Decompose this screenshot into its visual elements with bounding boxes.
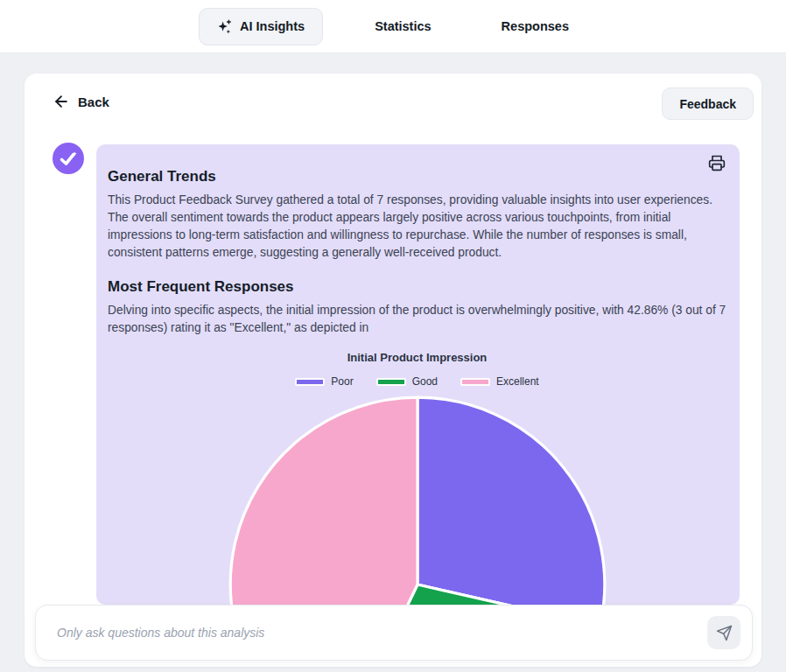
legend-label: Poor bbox=[331, 375, 353, 388]
section-general-trends: General Trends This Product Feedback Sur… bbox=[108, 166, 726, 262]
legend-swatch-excellent bbox=[460, 378, 490, 386]
sparkles-icon bbox=[217, 19, 232, 34]
legend-item-good: Good bbox=[376, 375, 438, 388]
feedback-button[interactable]: Feedback bbox=[662, 88, 754, 120]
chart-title: Initial Product Impression bbox=[108, 351, 726, 364]
arrow-left-icon bbox=[53, 93, 70, 110]
back-label: Back bbox=[78, 94, 109, 109]
section-body: This Product Feedback Survey gathered a … bbox=[108, 192, 726, 262]
chart-legend: Poor Good Excellent bbox=[108, 375, 726, 388]
ai-assistant-avatar bbox=[53, 143, 84, 174]
tab-label: AI Insights bbox=[240, 19, 305, 33]
tab-responses[interactable]: Responses bbox=[483, 8, 587, 45]
send-button[interactable] bbox=[707, 616, 740, 649]
section-heading: General Trends bbox=[108, 166, 726, 187]
pie-slice-excellent bbox=[230, 397, 418, 605]
legend-label: Excellent bbox=[496, 375, 539, 388]
analysis-card: Back Feedback General Trends This Pro bbox=[25, 74, 761, 667]
tab-label: Responses bbox=[502, 19, 569, 33]
send-icon bbox=[716, 625, 733, 641]
back-button[interactable]: Back bbox=[53, 93, 109, 110]
chat-input[interactable] bbox=[57, 626, 707, 640]
check-icon bbox=[53, 143, 84, 174]
pie-chart bbox=[228, 395, 607, 605]
chat-input-bar bbox=[35, 605, 753, 661]
section-most-frequent-responses: Most Frequent Responses Delving into spe… bbox=[108, 276, 726, 337]
legend-item-excellent: Excellent bbox=[460, 375, 539, 388]
pie-chart-area bbox=[108, 395, 726, 605]
tab-statistics[interactable]: Statistics bbox=[356, 8, 449, 45]
top-nav: AI Insights Statistics Responses bbox=[0, 0, 786, 53]
printer-icon bbox=[708, 154, 726, 172]
tab-ai-insights[interactable]: AI Insights bbox=[199, 8, 323, 46]
legend-label: Good bbox=[412, 375, 438, 388]
legend-item-poor: Poor bbox=[295, 375, 353, 388]
tab-label: Statistics bbox=[375, 19, 431, 33]
section-heading: Most Frequent Responses bbox=[108, 276, 726, 298]
legend-swatch-good bbox=[376, 378, 406, 386]
section-body: Delving into specific aspects, the initi… bbox=[108, 302, 726, 337]
pie-slice-poor bbox=[418, 397, 605, 605]
print-button[interactable] bbox=[705, 151, 728, 174]
ai-message-bubble: General Trends This Product Feedback Sur… bbox=[96, 144, 740, 605]
legend-swatch-poor bbox=[295, 378, 325, 386]
